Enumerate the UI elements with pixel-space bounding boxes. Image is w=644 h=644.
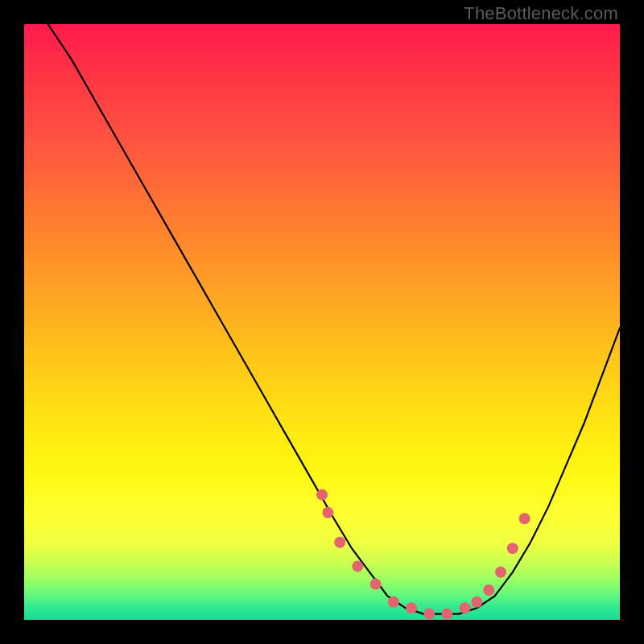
curve-marker xyxy=(388,597,399,608)
watermark-text: TheBottleneck.com xyxy=(464,3,618,24)
curve-marker xyxy=(370,579,382,590)
curve-marker xyxy=(322,507,333,518)
curve-marker xyxy=(423,609,435,620)
curve-marker xyxy=(406,602,417,613)
plot-area xyxy=(24,24,620,620)
curve-marker xyxy=(519,513,530,524)
curve-marker xyxy=(507,543,518,554)
curve-marker xyxy=(334,537,345,548)
curve-marker xyxy=(483,584,494,596)
curve-marker xyxy=(352,560,363,572)
curve-marker xyxy=(316,489,328,501)
curve-marker xyxy=(471,597,482,608)
marker-group xyxy=(316,489,530,620)
curve-svg xyxy=(24,24,620,620)
curve-marker xyxy=(495,567,506,578)
curve-marker xyxy=(441,609,452,620)
bottleneck-curve xyxy=(48,24,620,614)
curve-marker xyxy=(460,602,471,613)
chart-frame: TheBottleneck.com xyxy=(0,0,644,644)
